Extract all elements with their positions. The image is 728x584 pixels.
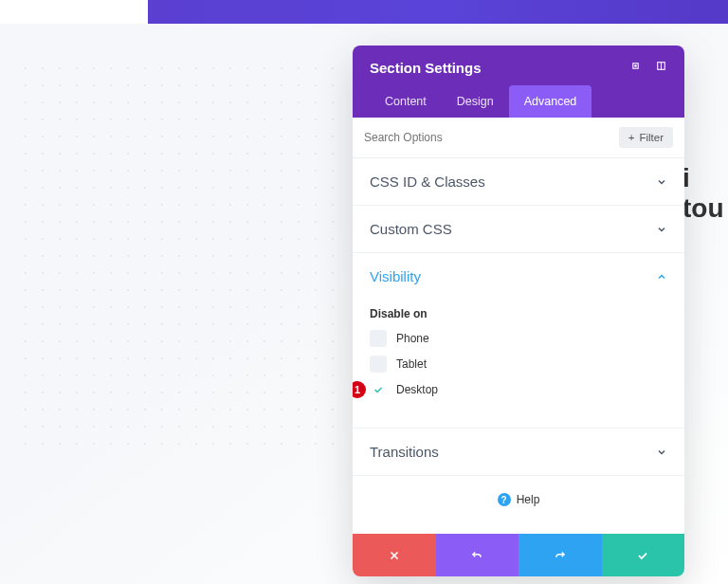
- plus-icon: +: [628, 132, 635, 143]
- chevron-down-icon: [656, 176, 667, 188]
- help-icon: ?: [498, 493, 511, 506]
- redo-button[interactable]: [519, 534, 602, 576]
- filter-button[interactable]: + Filter: [619, 127, 673, 148]
- background-heading: i tou: [682, 163, 728, 224]
- tab-advanced[interactable]: Advanced: [509, 85, 592, 118]
- settings-modal: Section Settings Content Design Advanced…: [353, 46, 684, 576]
- svg-point-1: [635, 65, 637, 67]
- chevron-down-icon: [656, 224, 667, 235]
- help-label: Help: [517, 493, 540, 506]
- section-title: Visibility: [370, 268, 421, 284]
- undo-icon: [470, 549, 483, 562]
- checkbox-phone[interactable]: [370, 330, 387, 347]
- modal-header-actions: [629, 59, 667, 76]
- modal-header: Section Settings Content Design Advanced: [353, 46, 684, 118]
- checkbox-label: Tablet: [396, 357, 427, 371]
- undo-button[interactable]: [436, 534, 519, 576]
- dotted-grid: [17, 60, 349, 458]
- annotation-badge: 1: [353, 381, 366, 398]
- section-visibility[interactable]: Visibility: [353, 253, 684, 300]
- help-row[interactable]: ? Help: [353, 476, 684, 534]
- section-transitions[interactable]: Transitions: [353, 429, 684, 476]
- modal-footer: [353, 534, 684, 576]
- cancel-button[interactable]: [353, 534, 436, 576]
- tab-design[interactable]: Design: [442, 85, 509, 118]
- section-title: Custom CSS: [370, 221, 452, 237]
- checkbox-row-desktop: 1 Desktop: [370, 381, 667, 398]
- section-custom-css[interactable]: Custom CSS: [353, 206, 684, 253]
- save-button[interactable]: [602, 534, 685, 576]
- chevron-down-icon: [656, 447, 667, 458]
- close-icon: [388, 549, 401, 562]
- filter-label: Filter: [639, 132, 664, 143]
- modal-body: CSS ID & Classes Custom CSS Visibility D…: [353, 158, 684, 534]
- checkbox-label: Desktop: [396, 383, 438, 396]
- search-row: + Filter: [353, 118, 684, 158]
- tab-content[interactable]: Content: [370, 85, 442, 118]
- section-css-id-classes[interactable]: CSS ID & Classes: [353, 158, 684, 206]
- expand-modal-icon[interactable]: [655, 59, 667, 76]
- drag-handle-icon[interactable]: [629, 59, 642, 76]
- checkbox-label: Phone: [396, 332, 429, 345]
- checkbox-row-tablet: Tablet: [370, 356, 667, 373]
- checkbox-tablet[interactable]: [370, 356, 387, 373]
- page-top-accent: [148, 0, 728, 24]
- search-input[interactable]: [364, 131, 619, 144]
- redo-icon: [554, 549, 567, 562]
- checkbox-row-phone: Phone: [370, 330, 667, 347]
- modal-tabs: Content Design Advanced: [370, 85, 667, 118]
- visibility-body: Disable on Phone Tablet 1 Desktop: [353, 300, 684, 429]
- modal-title: Section Settings: [370, 60, 482, 76]
- chevron-up-icon: [656, 271, 667, 283]
- checkbox-desktop[interactable]: [370, 381, 387, 398]
- section-title: Transitions: [370, 444, 439, 460]
- section-title: CSS ID & Classes: [370, 173, 485, 190]
- check-icon: [636, 549, 649, 562]
- field-label-disable-on: Disable on: [370, 307, 667, 320]
